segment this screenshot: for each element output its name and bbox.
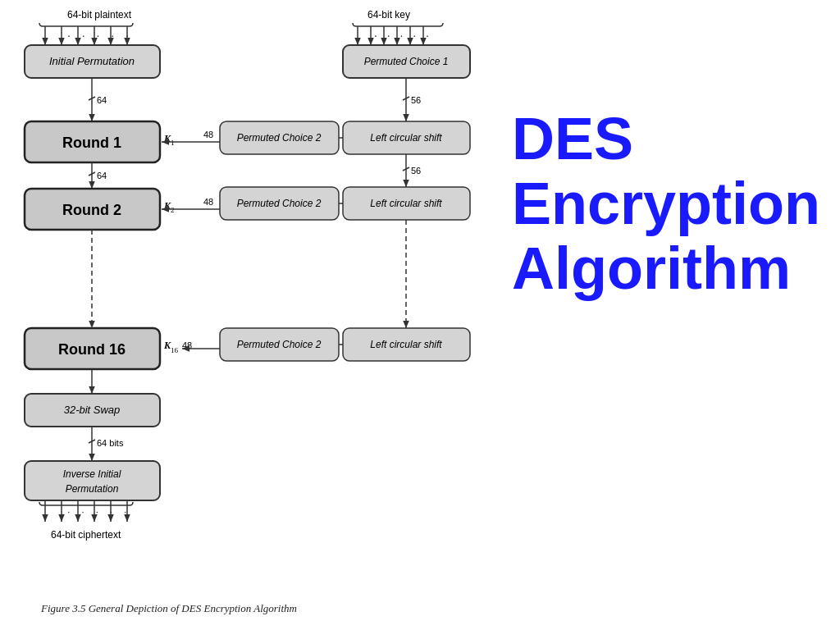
label-48-2: 48 [203,197,213,207]
pc2-label16: Permuted Choice 2 [237,339,322,350]
title-line3: Algorithm [512,235,791,301]
figure-caption: Figure 3.5 General Depiction of DES Encr… [41,602,297,615]
round1-label: Round 1 [62,135,121,151]
round2-label: Round 2 [62,202,121,218]
svg-text:· · · · ·: · · · · · [67,29,133,42]
label-56-3: 56 [411,166,421,176]
lcs2-label: Left circular shift [370,198,442,209]
diagram-area: 64-bit plaintext · · · · · Initial Permu… [0,0,509,630]
lcs1-label: Left circular shift [370,132,442,144]
ip-label: Initial Permutation [49,55,135,67]
label-64bits: 64 bits [97,438,124,448]
title-line2: Encryption [512,171,820,236]
diagram-svg: 64-bit plaintext · · · · · Initial Permu… [0,0,509,614]
iip-label1: Inverse Initial [63,468,121,480]
label-64-1: 64 [97,95,107,105]
svg-text:· · · · ·: · · · · · [67,505,131,518]
title-area: DES Encryption Algorithm [512,107,815,302]
label-48-1: 48 [203,130,213,139]
pc2-label2: Permuted Choice 2 [237,198,322,209]
swap-label: 32-bit Swap [64,404,121,416]
k16-sub: 16 [171,346,179,354]
label-56-1: 56 [411,95,421,105]
plaintext-label: 64-bit plaintext [67,9,132,21]
page: 64-bit plaintext · · · · · Initial Permu… [0,0,840,630]
des-title: DES Encryption Algorithm [512,107,815,302]
pc1-label: Permuted Choice 1 [364,56,449,67]
lcs16-label: Left circular shift [370,339,442,350]
label-64-2: 64 [97,171,107,180]
ciphertext-label: 64-bit ciphertext [51,529,121,541]
pc2-label1: Permuted Choice 2 [237,132,322,144]
key-label: 64-bit key [368,9,410,21]
title-line1: DES [512,106,633,171]
k2-sub: 2 [171,206,175,214]
svg-text:· · · · ·: · · · · · [374,29,432,42]
round16-label: Round 16 [58,341,126,358]
iip-label2: Permutation [66,483,119,495]
k1-sub: 1 [171,139,175,147]
